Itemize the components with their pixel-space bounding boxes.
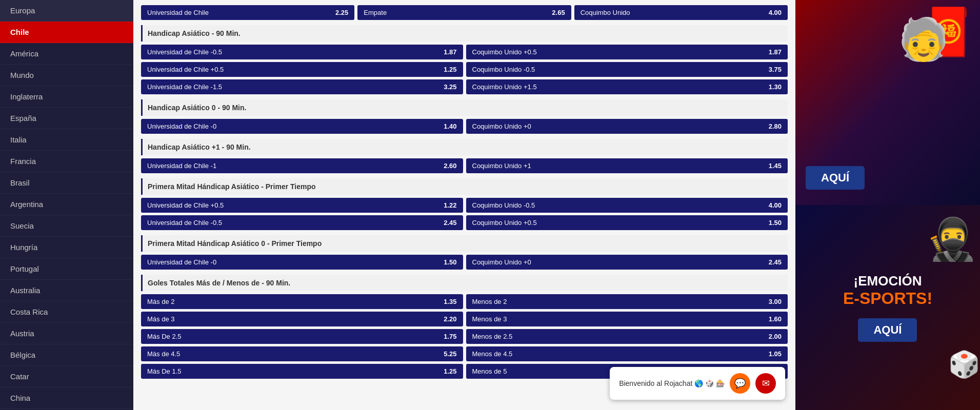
bet-label-right: Coquimbo Unido +0.5 bbox=[472, 219, 537, 227]
bet-item-left[interactable]: Más de 21.35 bbox=[141, 294, 463, 309]
bet-item-left[interactable]: Universidad de Chile -12.60 bbox=[141, 158, 463, 173]
sidebar-item-europa[interactable]: Europa bbox=[0, 0, 133, 22]
bet-item-right[interactable]: Coquimbo Unido -0.54.00 bbox=[466, 198, 788, 213]
banner-bottom: 🥷 🎲 ¡EMOCIÓN E-SPORTS! AQUÍ bbox=[795, 205, 980, 410]
team2-bet[interactable]: Coquimbo Unido 4.00 bbox=[574, 5, 788, 20]
sidebar: EuropaChileAméricaMundoInglaterraEspañaI… bbox=[0, 0, 133, 410]
bet-odds-right: 3.75 bbox=[764, 66, 782, 73]
sidebar-item-italia[interactable]: Italia bbox=[0, 129, 133, 151]
main-content: Universidad de Chile 2.25 Empate 2.65 Co… bbox=[133, 0, 795, 410]
bet-label-left: Universidad de Chile -1.5 bbox=[147, 83, 222, 91]
bet-label-right: Coquimbo Unido -0.5 bbox=[472, 66, 535, 73]
bet-odds-right: 1.60 bbox=[764, 315, 782, 323]
esports-label: E-SPORTS! bbox=[843, 289, 932, 308]
bet-odds-right: 2.00 bbox=[764, 333, 782, 340]
bet-odds-left: 1.22 bbox=[439, 201, 457, 209]
sections-container: Handicap Asiático - 90 Min.Universidad d… bbox=[141, 25, 788, 379]
bet-odds-right: 4.00 bbox=[764, 201, 782, 209]
sidebar-item-espana[interactable]: España bbox=[0, 108, 133, 129]
sidebar-item-inglaterra[interactable]: Inglaterra bbox=[0, 86, 133, 108]
bet-item-right[interactable]: Coquimbo Unido +1.51.30 bbox=[466, 79, 788, 94]
bet-label-left: Más de 4.5 bbox=[147, 350, 180, 358]
bet-odds-right: 1.05 bbox=[764, 350, 782, 358]
bet-row: Más de 21.35Menos de 23.00 bbox=[141, 294, 788, 309]
bet-label-left: Más de 3 bbox=[147, 315, 174, 323]
bet-label-right: Coquimbo Unido +0 bbox=[472, 122, 531, 130]
bet-item-left[interactable]: Universidad de Chile -1.53.25 bbox=[141, 79, 463, 94]
section-header-handicap-asiatico-plus1-90: Handicap Asiático +1 - 90 Min. bbox=[141, 139, 788, 155]
team1-odds: 2.25 bbox=[330, 9, 348, 16]
bet-row: Más De 2.51.75Menos de 2.52.00 bbox=[141, 329, 788, 344]
bet-label-right: Menos de 5 bbox=[472, 367, 507, 375]
draw-label: Empate bbox=[364, 9, 387, 16]
bet-item-left[interactable]: Universidad de Chile -0.52.45 bbox=[141, 215, 463, 230]
sidebar-item-australia[interactable]: Australia bbox=[0, 280, 133, 301]
bet-label-left: Más De 1.5 bbox=[147, 367, 181, 375]
bet-odds-right: 2.45 bbox=[764, 258, 782, 266]
top-match-row: Universidad de Chile 2.25 Empate 2.65 Co… bbox=[141, 5, 788, 20]
bet-row: Universidad de Chile +0.51.22Coquimbo Un… bbox=[141, 198, 788, 213]
sidebar-item-francia[interactable]: Francia bbox=[0, 151, 133, 172]
sidebar-item-costa-rica[interactable]: Costa Rica bbox=[0, 301, 133, 323]
bet-label-right: Coquimbo Unido +0.5 bbox=[472, 48, 537, 56]
banner2-aqui-button[interactable]: AQUÍ bbox=[858, 318, 917, 342]
bet-item-right[interactable]: Menos de 2.52.00 bbox=[466, 329, 788, 344]
esports-exclamation: ¡EMOCIÓN bbox=[843, 273, 932, 289]
bet-item-left[interactable]: Más de 32.20 bbox=[141, 312, 463, 326]
bet-item-right[interactable]: Coquimbo Unido -0.53.75 bbox=[466, 62, 788, 77]
bet-item-left[interactable]: Más De 1.51.25 bbox=[141, 364, 463, 379]
bet-item-left[interactable]: Universidad de Chile +0.51.25 bbox=[141, 62, 463, 77]
bet-odds-left: 1.25 bbox=[439, 367, 457, 375]
bet-row: Más de 4.55.25Menos de 4.51.05 bbox=[141, 346, 788, 361]
sidebar-item-hungria[interactable]: Hungría bbox=[0, 237, 133, 258]
team1-bet[interactable]: Universidad de Chile 2.25 bbox=[141, 5, 354, 20]
bet-item-left[interactable]: Más De 2.51.75 bbox=[141, 329, 463, 344]
bet-item-left[interactable]: Universidad de Chile -0.51.87 bbox=[141, 45, 463, 59]
sidebar-item-chile[interactable]: Chile bbox=[0, 22, 133, 43]
sidebar-item-mundo[interactable]: Mundo bbox=[0, 65, 133, 86]
bet-item-right[interactable]: Menos de 31.60 bbox=[466, 312, 788, 326]
sidebar-item-argentina[interactable]: Argentina bbox=[0, 194, 133, 215]
bet-item-left[interactable]: Universidad de Chile -01.40 bbox=[141, 119, 463, 134]
chat-button[interactable]: 💬 bbox=[730, 373, 750, 394]
bet-item-right[interactable]: Coquimbo Unido +11.45 bbox=[466, 158, 788, 173]
bet-label-right: Coquimbo Unido +1.5 bbox=[472, 83, 537, 91]
chat-notification: Bienvenido al Rojachat 🌎 🎲 🎰 💬 ✉ bbox=[610, 367, 785, 400]
bet-item-right[interactable]: Coquimbo Unido +0.51.50 bbox=[466, 215, 788, 230]
bet-odds-right: 1.87 bbox=[764, 48, 782, 56]
sidebar-item-portugal[interactable]: Portugal bbox=[0, 258, 133, 280]
team2-odds: 4.00 bbox=[764, 9, 782, 16]
section-header-handicap-asiatico-90: Handicap Asiático - 90 Min. bbox=[141, 25, 788, 42]
sidebar-item-brasil[interactable]: Brasil bbox=[0, 172, 133, 194]
banner1-aqui-button[interactable]: AQUÍ bbox=[806, 166, 865, 190]
draw-odds: 2.65 bbox=[547, 9, 565, 16]
bet-item-right[interactable]: Coquimbo Unido +0.51.87 bbox=[466, 45, 788, 59]
sidebar-item-austria[interactable]: Austria bbox=[0, 323, 133, 344]
bet-odds-right: 1.45 bbox=[764, 162, 782, 170]
sidebar-item-china[interactable]: China bbox=[0, 387, 133, 409]
bet-odds-right: 3.00 bbox=[764, 298, 782, 305]
sidebar-item-belgica[interactable]: Bélgica bbox=[0, 344, 133, 366]
bet-label-right: Menos de 3 bbox=[472, 315, 507, 323]
banner-top: 🧧 🧓 AQUÍ bbox=[795, 0, 980, 205]
bet-label-left: Universidad de Chile +0.5 bbox=[147, 201, 224, 209]
bet-label-right: Coquimbo Unido +0 bbox=[472, 258, 531, 266]
bet-item-right[interactable]: Menos de 23.00 bbox=[466, 294, 788, 309]
bet-item-right[interactable]: Coquimbo Unido +02.80 bbox=[466, 119, 788, 134]
bet-label-left: Más de 2 bbox=[147, 298, 174, 305]
sidebar-item-america[interactable]: América bbox=[0, 43, 133, 65]
sidebar-item-suecia[interactable]: Suecia bbox=[0, 215, 133, 237]
mail-button[interactable]: ✉ bbox=[755, 373, 776, 394]
bet-item-left[interactable]: Más de 4.55.25 bbox=[141, 346, 463, 361]
bet-odds-left: 5.25 bbox=[439, 350, 457, 358]
bet-label-right: Menos de 2.5 bbox=[472, 333, 513, 340]
draw-bet[interactable]: Empate 2.65 bbox=[357, 5, 571, 20]
bet-label-right: Coquimbo Unido +1 bbox=[472, 162, 531, 170]
bet-item-right[interactable]: Menos de 4.51.05 bbox=[466, 346, 788, 361]
bet-odds-left: 1.25 bbox=[439, 66, 457, 73]
bet-item-left[interactable]: Universidad de Chile +0.51.22 bbox=[141, 198, 463, 213]
bet-item-right[interactable]: Coquimbo Unido +02.45 bbox=[466, 255, 788, 270]
sidebar-item-catar[interactable]: Catar bbox=[0, 366, 133, 387]
bet-row: Universidad de Chile -12.60Coquimbo Unid… bbox=[141, 158, 788, 173]
bet-item-left[interactable]: Universidad de Chile -01.50 bbox=[141, 255, 463, 270]
